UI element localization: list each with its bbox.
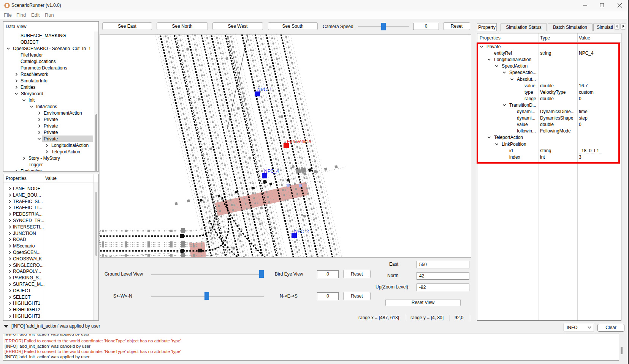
svg-text:NPC_1: NPC_1 <box>257 87 272 92</box>
svg-text:NPC_2: NPC_2 <box>294 229 309 234</box>
svg-text:NPC_4: NPC_4 <box>264 169 279 174</box>
svg-text:Ego Vehicle: Ego Vehicle <box>287 139 311 144</box>
